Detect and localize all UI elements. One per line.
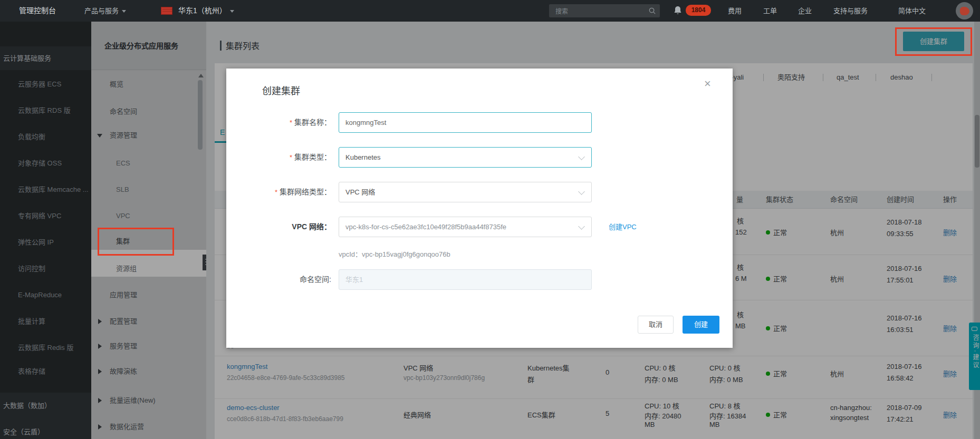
topbar-link-enterprise[interactable]: 企业 [798, 0, 812, 22]
create-vpc-link[interactable]: 创建VPC [609, 217, 637, 237]
screen: 云计算基础服务 云服务器 ECS 云数据库 RDS 版 负载均衡 对象存储 OS… [0, 0, 980, 439]
topbar-link-billing[interactable]: 费用 [728, 0, 742, 22]
topbar-link-language[interactable]: 简体中文 [898, 0, 926, 22]
products-menu[interactable]: 产品与服务 [84, 0, 126, 22]
create-button[interactable]: 创建 [683, 316, 719, 334]
dialog-title: 创建集群 [262, 83, 300, 97]
required-mark: * [290, 119, 292, 126]
cancel-button[interactable]: 取消 [638, 316, 674, 334]
close-icon[interactable]: × [704, 78, 711, 90]
topbar-link-tickets[interactable]: 工单 [763, 0, 777, 22]
topbar-search [549, 4, 660, 17]
namespace-field [339, 269, 592, 290]
annotation-box-cluster-nav [98, 228, 174, 256]
avatar[interactable] [956, 2, 973, 19]
field-label-vpc: VPC 网络： [226, 221, 331, 232]
caret-down-icon [230, 10, 234, 13]
cluster-type-select[interactable]: Kubernetes [339, 147, 592, 168]
chevron-down-icon [578, 223, 585, 230]
cluster-name-input[interactable] [339, 113, 591, 132]
vpc-select[interactable]: vpc-k8s-for-cs-c5e62ae3fc10e49f28f5b9aa4… [339, 217, 592, 237]
topbar: 管理控制台 产品与服务 华东1（杭州） 1804 费用 工单 企业 支持与服务 … [0, 0, 980, 22]
bell-icon[interactable] [673, 6, 683, 16]
region-selector[interactable]: 华东1（杭州） [178, 0, 234, 22]
create-cluster-dialog: 创建集群 × *集群名称： *集群类型： Kubernetes *集群网络类型：… [226, 69, 733, 348]
field-label-cluster-name: *集群名称： [226, 117, 331, 128]
search-icon[interactable] [648, 7, 656, 15]
console-home-link[interactable]: 管理控制台 [19, 0, 56, 22]
selected-value: VPC 网络 [345, 182, 375, 202]
notification-badge[interactable]: 1804 [686, 5, 711, 16]
required-mark: * [290, 153, 292, 161]
required-mark: * [275, 188, 277, 196]
vpc-id-hint: vpcId：vpc-bp15vagj0fg6gonqoo76b [339, 249, 450, 259]
chevron-down-icon [578, 188, 585, 195]
topbar-link-support[interactable]: 支持与服务 [833, 0, 868, 22]
avatar-image [960, 7, 969, 15]
network-type-select[interactable]: VPC 网络 [339, 182, 592, 202]
chevron-down-icon [578, 153, 585, 160]
field-label-cluster-type: *集群类型： [226, 152, 331, 163]
namespace-input [339, 270, 591, 289]
search-input[interactable] [554, 4, 646, 18]
selected-value: Kubernetes [345, 148, 381, 167]
selected-value: vpc-k8s-for-cs-c5e62ae3fc10e49f28f5b9aa4… [345, 217, 506, 237]
field-label-namespace: 命名空间: [226, 274, 331, 285]
cluster-name-field [339, 112, 592, 133]
annotation-box-create-button [895, 27, 972, 56]
field-label-network-type: *集群网络类型： [226, 187, 331, 198]
caret-down-icon [122, 10, 126, 13]
region-flag-icon [161, 7, 172, 15]
